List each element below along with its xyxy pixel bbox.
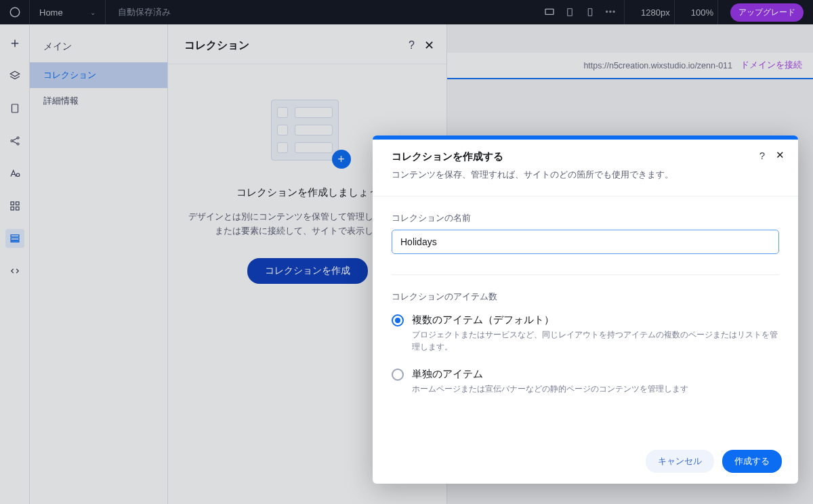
items-count-label: コレクションのアイテム数 [392,291,779,303]
collection-name-label: コレクションの名前 [392,213,779,224]
divider [392,274,779,275]
modal-help-icon[interactable]: ? [759,150,765,161]
modal-close-icon[interactable]: ✕ [776,149,785,161]
radio-checked-icon[interactable] [392,314,404,327]
option-single-desc: ホームページまたは宣伝バナーなどの静的ページのコンテンツを管理します [412,383,779,395]
create-collection-modal: ? ✕ コレクションを作成する コンテンツを保存、管理すれば、サイトのどの箇所で… [373,135,798,484]
modal-title: コレクションを作成する [392,150,779,163]
option-multiple-title: 複数のアイテム（デフォルト） [412,314,779,327]
collection-name-input[interactable] [392,230,779,254]
option-single-title: 単独のアイテム [412,368,779,381]
cancel-button[interactable]: キャンセル [646,450,714,473]
radio-single-item[interactable]: 単独のアイテム ホームページまたは宣伝バナーなどの静的ページのコンテンツを管理し… [392,368,779,395]
radio-unchecked-icon[interactable] [392,369,404,381]
radio-multiple-items[interactable]: 複数のアイテム（デフォルト） プロジェクトまたはサービスなど、同じレイアウトを持… [392,314,779,353]
modal-subtitle: コンテンツを保存、管理すれば、サイトのどの箇所でも使用できます。 [392,169,779,181]
option-multiple-desc: プロジェクトまたはサービスなど、同じレイアウトを持つアイテムの複数のページまたは… [412,329,779,353]
create-button[interactable]: 作成する [722,450,782,473]
